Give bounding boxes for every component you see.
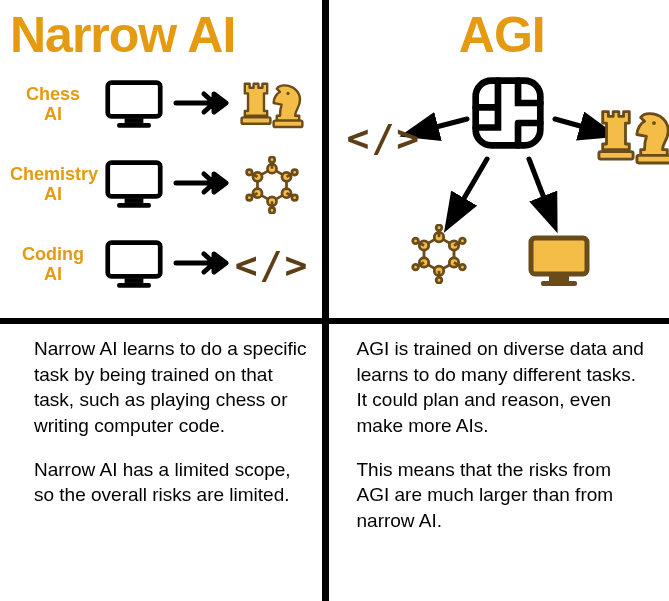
chess-icon bbox=[240, 79, 304, 130]
monitor-icon bbox=[104, 237, 164, 294]
arrow-icon bbox=[172, 168, 232, 202]
svg-point-25 bbox=[247, 195, 252, 200]
svg-rect-7 bbox=[125, 198, 144, 203]
narrow-ai-panel: Narrow AI Chess AI bbox=[0, 0, 335, 318]
svg-point-4 bbox=[286, 92, 289, 95]
vertical-divider bbox=[322, 0, 329, 601]
narrow-p1: Narrow AI learns to do a specific task b… bbox=[34, 336, 311, 439]
monitor-icon bbox=[104, 77, 164, 134]
svg-line-35 bbox=[529, 159, 554, 224]
molecule-icon bbox=[409, 224, 469, 288]
svg-rect-1 bbox=[125, 118, 144, 123]
narrow-ai-title: Narrow AI bbox=[10, 6, 323, 64]
svg-point-51 bbox=[459, 264, 465, 270]
svg-rect-29 bbox=[125, 278, 144, 283]
svg-line-34 bbox=[449, 159, 487, 224]
monitor-icon bbox=[104, 157, 164, 214]
code-glyph: </> bbox=[235, 243, 310, 287]
arrow-icon bbox=[172, 248, 232, 282]
horizontal-divider bbox=[0, 318, 669, 324]
narrow-label-coding: Coding AI bbox=[10, 245, 96, 285]
agi-p2: This means that the risks from AGI are m… bbox=[357, 457, 646, 534]
svg-rect-36 bbox=[598, 152, 632, 160]
svg-point-19 bbox=[292, 170, 297, 175]
svg-rect-2 bbox=[117, 123, 151, 128]
svg-point-27 bbox=[247, 170, 252, 175]
svg-point-57 bbox=[412, 238, 418, 244]
svg-point-53 bbox=[436, 277, 442, 283]
narrow-label-chess: Chess AI bbox=[10, 85, 96, 125]
svg-rect-28 bbox=[108, 242, 161, 276]
narrow-row-chemistry: Chemistry AI bbox=[10, 146, 323, 224]
svg-rect-60 bbox=[541, 281, 577, 286]
narrow-ai-description: Narrow AI learns to do a specific task b… bbox=[0, 318, 335, 601]
svg-point-37 bbox=[652, 121, 656, 125]
svg-rect-59 bbox=[549, 276, 569, 281]
svg-rect-6 bbox=[108, 162, 161, 196]
agi-panel: AGI </ bbox=[335, 0, 670, 318]
svg-point-47 bbox=[436, 225, 442, 231]
arrow-icon bbox=[172, 88, 232, 122]
svg-point-23 bbox=[269, 208, 274, 213]
svg-point-21 bbox=[292, 195, 297, 200]
svg-point-49 bbox=[459, 238, 465, 244]
narrow-label-chemistry: Chemistry AI bbox=[10, 165, 96, 205]
code-icon: </> bbox=[347, 116, 422, 160]
svg-rect-31 bbox=[475, 81, 540, 146]
svg-rect-5 bbox=[274, 121, 303, 127]
agi-diagram: </> bbox=[349, 64, 656, 314]
code-icon: </> bbox=[240, 243, 304, 287]
molecule-icon bbox=[240, 156, 304, 214]
svg-rect-0 bbox=[108, 82, 161, 116]
svg-point-55 bbox=[412, 264, 418, 270]
agi-core-icon bbox=[469, 74, 547, 156]
agi-description: AGI is trained on diverse data and learn… bbox=[335, 318, 670, 601]
svg-rect-3 bbox=[242, 118, 271, 124]
svg-rect-30 bbox=[117, 283, 151, 288]
monitor-filled-icon bbox=[527, 232, 591, 292]
agi-p1: AGI is trained on diverse data and learn… bbox=[357, 336, 646, 439]
narrow-row-chess: Chess AI bbox=[10, 66, 323, 144]
narrow-p2: Narrow AI has a limited scope, so the ov… bbox=[34, 457, 311, 508]
svg-rect-38 bbox=[636, 155, 669, 163]
svg-rect-8 bbox=[117, 203, 151, 208]
chess-icon bbox=[597, 106, 670, 171]
agi-title: AGI bbox=[349, 6, 656, 64]
narrow-row-coding: Coding AI </> bbox=[10, 226, 323, 304]
svg-point-17 bbox=[269, 157, 274, 162]
svg-rect-58 bbox=[531, 238, 587, 274]
